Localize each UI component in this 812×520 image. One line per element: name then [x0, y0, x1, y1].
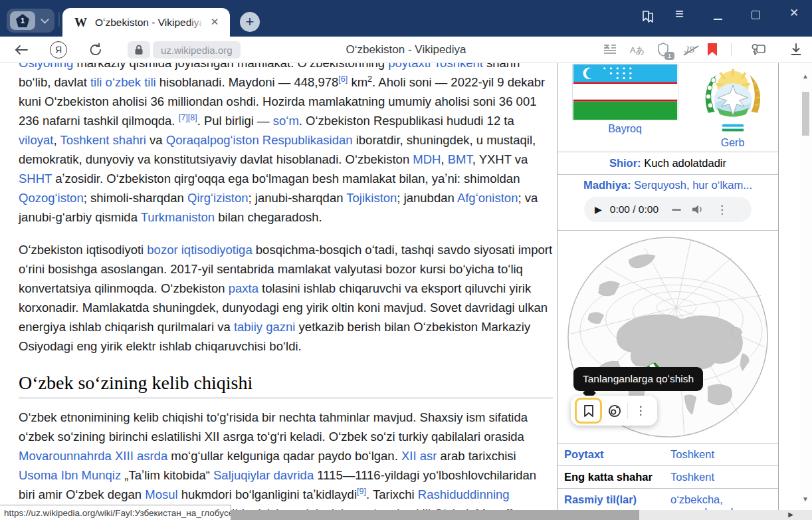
- article-link[interactable]: Qozogʻiston: [19, 191, 84, 205]
- yandex-logo-icon: Я: [55, 45, 62, 55]
- play-icon[interactable]: ▶: [595, 204, 602, 215]
- anthem-label-link[interactable]: Madhiya:: [583, 179, 631, 191]
- scroll-right-icon[interactable]: ▶: [788, 511, 793, 518]
- address-bar[interactable]: uz.wikipedia.org: [153, 41, 241, 59]
- page-content: Osiyoning markaziy qismida joylashgan ma…: [0, 63, 812, 520]
- article-link[interactable]: Osiyoning: [19, 63, 73, 70]
- article-link[interactable]: bozor iqtisodiyotiga: [147, 243, 252, 257]
- scroll-up-icon[interactable]: ▲: [802, 72, 809, 80]
- refresh-button[interactable]: [88, 42, 104, 58]
- article-link[interactable]: Afgʻoniston: [457, 191, 518, 205]
- article-link[interactable]: Turkmaniston: [141, 210, 215, 224]
- menu-icon[interactable]: ≡: [675, 5, 684, 23]
- article-link[interactable]: SHHT: [19, 172, 52, 186]
- article-link[interactable]: [9]: [357, 487, 366, 496]
- tab-close-icon[interactable]: ✕: [207, 15, 222, 29]
- article-link[interactable]: Toshkent shahri: [60, 133, 146, 147]
- article-link[interactable]: Qirgʻiziston: [187, 191, 249, 205]
- flag-caption-link[interactable]: Bayroq: [608, 123, 642, 135]
- bookmark-page-icon[interactable]: [707, 43, 718, 57]
- article-text: aʼzosidir. Oʻzbekiston qirgʻoqqa ega boʻ…: [52, 172, 520, 186]
- add-to-favorites-button[interactable]: [575, 398, 602, 424]
- article-text: ,: [53, 133, 60, 147]
- add-to-favorites-tooltip: Tanlanganlarga qoʻshish: [573, 367, 703, 391]
- tab-group-badge: 1: [10, 11, 35, 30]
- article-link[interactable]: paxta: [229, 281, 258, 295]
- horizontal-scrollbar[interactable]: ▶: [231, 510, 812, 520]
- article-text: hisoblanadi. Maydoni — 448,978: [156, 75, 339, 89]
- tab-group-button[interactable]: 1: [7, 9, 54, 33]
- article-link[interactable]: poytaxti Toshkent: [388, 63, 483, 70]
- site-security-button[interactable]: [128, 41, 150, 59]
- protect-shield-icon[interactable]: 1: [657, 42, 670, 57]
- article-link[interactable]: Mosul: [145, 487, 177, 501]
- yandex-home-button[interactable]: Я: [50, 41, 67, 59]
- vertical-scroll-thumb[interactable]: [802, 92, 809, 136]
- article-text: km: [348, 75, 367, 89]
- row-label-link[interactable]: Poytaxt: [564, 448, 670, 461]
- article-text: ; janubi-sharqdan: [249, 191, 347, 205]
- reader-mode-icon[interactable]: A: [603, 43, 617, 55]
- tab-title-fade: [189, 11, 209, 35]
- infobox-row-largest-city: Eng katta shahar Toshkent: [558, 465, 778, 488]
- article-link[interactable]: tabiiy gazni: [234, 320, 296, 334]
- article-link[interactable]: viloyat: [19, 133, 53, 147]
- audio-menu-icon[interactable]: ⋮: [716, 203, 728, 217]
- download-icon[interactable]: [789, 43, 803, 57]
- anthem-title-link[interactable]: Serquyosh, hur oʻlkam...: [631, 179, 753, 191]
- passwords-icon[interactable]: [750, 42, 767, 58]
- article-text: . Pul birligi —: [197, 114, 273, 128]
- tab-count: 1: [16, 14, 29, 27]
- row-value-link[interactable]: Toshkent: [670, 471, 714, 483]
- shield-badge: 1: [664, 52, 674, 60]
- article-link[interactable]: soʻm: [273, 114, 299, 128]
- row-value-link[interactable]: oʻzbekcha,: [670, 493, 743, 506]
- volume-icon[interactable]: [692, 204, 704, 215]
- article-link[interactable]: [7][8]: [179, 113, 197, 122]
- wikipedia-favicon-icon: W: [74, 15, 87, 30]
- article-text: bilan chegaradosh.: [215, 210, 322, 224]
- article-link[interactable]: Saljuqiylar davrida: [213, 468, 314, 482]
- image-search-button[interactable]: [602, 398, 627, 424]
- article-link[interactable]: [6]: [338, 74, 348, 84]
- article-link[interactable]: BMT: [448, 152, 472, 166]
- anthem-row: Madhiya: Serquyosh, hur oʻlkam... ▶ 0:00…: [558, 174, 778, 230]
- svg-text:A: A: [605, 44, 609, 51]
- article-link[interactable]: tili oʻzbek tili: [90, 75, 156, 89]
- vertical-scrollbar[interactable]: ▲ ▼: [800, 63, 812, 520]
- motto-label-link[interactable]: Shior:: [609, 157, 641, 169]
- article-link[interactable]: Qoraqalpogʻiston Respublikasidan: [166, 133, 353, 147]
- article-link[interactable]: Rashiduddinning: [418, 487, 510, 501]
- uzbekistan-flag-image[interactable]: [572, 64, 678, 120]
- article-link[interactable]: Tojikiston: [346, 191, 397, 205]
- image-more-button[interactable]: ⋮: [628, 398, 653, 424]
- image-actions-toolbar: ⋮: [571, 396, 657, 426]
- coat-of-arms-caption-link[interactable]: Gerb: [721, 137, 745, 149]
- article-text: . Tarixchi: [366, 487, 418, 501]
- article-link[interactable]: Movarounnahrda XIII asrda: [19, 449, 167, 463]
- sidebar-toggle-icon[interactable]: [640, 9, 656, 25]
- article-body: Osiyoning markaziy qismida joylashgan ma…: [19, 63, 553, 520]
- article-link[interactable]: MDH: [413, 152, 441, 166]
- row-label: Eng katta shahar: [564, 471, 670, 483]
- article-text: markaziy qismida joylashgan mamlakat. Oʻ…: [73, 63, 388, 70]
- audio-seekbar[interactable]: [672, 209, 681, 211]
- article-link[interactable]: Usoma Ibn Munqiz: [19, 468, 121, 482]
- browser-tab[interactable]: W Oʻzbekiston - Vikipediya ✕: [62, 8, 230, 37]
- uzbekistan-coat-of-arms-image[interactable]: [698, 64, 768, 134]
- image-search-icon: [607, 404, 622, 418]
- new-tab-button[interactable]: +: [240, 12, 260, 32]
- window-close-button[interactable]: ✕: [789, 6, 799, 20]
- scroll-down-icon[interactable]: ▼: [802, 495, 809, 503]
- article-text: moʻgʻullar kelguniga qadar paydo boʻlgan…: [167, 449, 401, 463]
- tab-title: Oʻzbekiston - Vikipediya: [95, 17, 201, 29]
- horizontal-scroll-thumb[interactable]: [231, 510, 639, 520]
- row-value-link[interactable]: Toshkent: [670, 448, 714, 461]
- country-infobox: Bayroq: [557, 63, 779, 520]
- article-link[interactable]: XII asr: [401, 449, 437, 463]
- back-button[interactable]: [13, 43, 29, 57]
- titlebar-divider: [58, 12, 60, 27]
- minimize-button[interactable]: [714, 19, 722, 20]
- translate-icon[interactable]: Aあ: [630, 45, 645, 57]
- maximize-button[interactable]: [752, 11, 760, 19]
